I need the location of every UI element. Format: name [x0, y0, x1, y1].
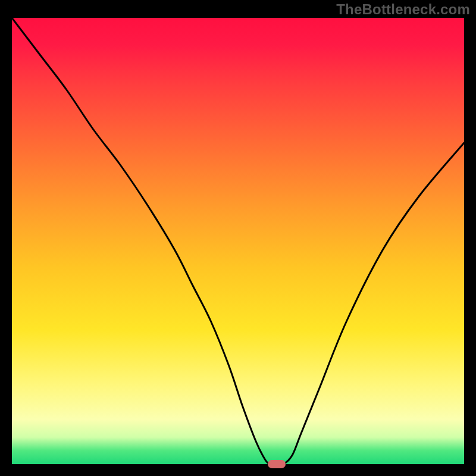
bottleneck-curve-svg: [12, 18, 464, 464]
watermark-text: TheBottleneck.com: [336, 1, 470, 18]
optimal-marker: [268, 460, 286, 468]
bottleneck-curve: [12, 18, 464, 464]
chart-frame: TheBottleneck.com: [0, 0, 476, 476]
plot-area: [12, 18, 464, 464]
